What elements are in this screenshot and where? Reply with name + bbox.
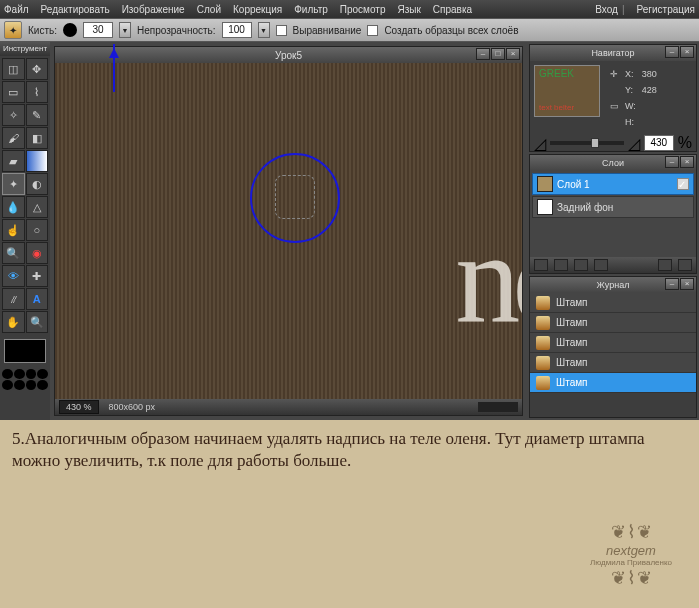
tool-panel: Инструмент ◫✥ ▭⌇ ✧✎ 🖌◧ ▰ ✦◐ 💧△ ☝○ 🔍◉ 👁✚ … xyxy=(0,42,50,420)
options-bar: ✦ Кисть: 30 ▼ Непрозрачность: 100 ▼ Выра… xyxy=(0,18,699,42)
history-item[interactable]: Штамп xyxy=(530,293,696,313)
merge-button[interactable] xyxy=(658,259,672,271)
tool-panel-title: Инструмент xyxy=(0,42,50,56)
swatch-grid[interactable] xyxy=(2,369,48,390)
layers-panel: Слои –× Слой 1✓ Задний фон xyxy=(529,154,697,274)
zoom-out-icon[interactable]: ◿ xyxy=(534,134,546,153)
brush-preview-icon xyxy=(63,23,77,37)
eye-tool[interactable]: 👁 xyxy=(2,265,25,287)
stamp-icon xyxy=(536,316,550,330)
eraser-tool[interactable]: ◧ xyxy=(26,127,49,149)
menu-view[interactable]: Просмотр xyxy=(340,4,386,15)
document-window: Урок5 –□× ne 430 % 800x600 px xyxy=(54,46,523,416)
menu-edit[interactable]: Редактировать xyxy=(41,4,110,15)
sample-checkbox[interactable] xyxy=(367,25,378,36)
layers-min[interactable]: – xyxy=(665,156,679,168)
layers-footer xyxy=(530,257,696,273)
marquee-tool[interactable]: ▭ xyxy=(2,81,25,103)
history-title: Журнал xyxy=(597,280,630,290)
down-button[interactable] xyxy=(594,259,608,271)
wand-tool[interactable]: ✧ xyxy=(2,104,25,126)
sharpen-tool[interactable]: △ xyxy=(26,196,49,218)
new-layer-button[interactable] xyxy=(534,259,548,271)
coords-readout: ✛X:380 Y:428 ▭W: H: xyxy=(606,65,661,131)
clone-stamp-tool[interactable]: ✦ xyxy=(2,173,25,195)
stamp-icon xyxy=(536,336,550,350)
document-titlebar[interactable]: Урок5 –□× xyxy=(55,47,522,63)
nav-min[interactable]: – xyxy=(665,46,679,58)
login-link[interactable]: Вход xyxy=(595,4,618,15)
visibility-toggle[interactable]: ✓ xyxy=(677,178,689,190)
type-tool[interactable]: A xyxy=(26,288,49,310)
menu-adjust[interactable]: Коррекция xyxy=(233,4,282,15)
menu-layer[interactable]: Слой xyxy=(197,4,221,15)
menu-filter[interactable]: Фильтр xyxy=(294,4,328,15)
tutorial-caption: 5.Аналогичным образом начинаем удалять н… xyxy=(0,420,699,480)
pencil-tool[interactable]: ✎ xyxy=(26,104,49,126)
menu-help[interactable]: Справка xyxy=(433,4,472,15)
history-item[interactable]: Штамп xyxy=(530,313,696,333)
stamp-icon xyxy=(536,356,550,370)
annotation-arrow xyxy=(113,44,115,92)
zoom-in-icon[interactable]: ◿ xyxy=(628,134,640,153)
crop-tool[interactable]: ◫ xyxy=(2,58,25,80)
up-button[interactable] xyxy=(574,259,588,271)
nav-zoom-input[interactable]: 430 xyxy=(644,135,674,151)
history-item[interactable]: Штамп xyxy=(530,333,696,353)
picker-tool[interactable]: ⫽ xyxy=(2,288,25,310)
nav-close[interactable]: × xyxy=(680,46,694,58)
stamp-icon xyxy=(536,296,550,310)
hist-close[interactable]: × xyxy=(680,278,694,290)
blur-tool[interactable]: 💧 xyxy=(2,196,25,218)
minimize-button[interactable]: – xyxy=(476,48,490,60)
navigator-title: Навигатор xyxy=(591,48,634,58)
zoom-slider[interactable] xyxy=(550,141,624,145)
fill-tool[interactable]: ▰ xyxy=(2,150,25,172)
history-item[interactable]: Штамп xyxy=(530,353,696,373)
zoom-tool[interactable]: 🔍 xyxy=(26,311,49,333)
layer-row[interactable]: Задний фон xyxy=(532,196,694,218)
align-checkbox[interactable] xyxy=(276,25,287,36)
layer-row[interactable]: Слой 1✓ xyxy=(532,173,694,195)
replace-tool[interactable]: ◐ xyxy=(26,173,49,195)
brush-tool[interactable]: 🖌 xyxy=(2,127,25,149)
canvas-text: ne xyxy=(455,203,522,353)
brush-dropdown[interactable]: ▼ xyxy=(119,22,131,38)
lasso-tool[interactable]: ⌇ xyxy=(26,81,49,103)
register-link[interactable]: Регистрация xyxy=(637,4,695,15)
sponge-tool[interactable]: ○ xyxy=(26,219,49,241)
history-item[interactable]: Штамп xyxy=(530,373,696,393)
hand-tool[interactable]: ✋ xyxy=(2,311,25,333)
zoom-readout: 430 % xyxy=(59,400,99,414)
layers-close[interactable]: × xyxy=(680,156,694,168)
menu-lang[interactable]: Язык xyxy=(397,4,420,15)
canvas[interactable]: ne xyxy=(55,63,522,399)
brush-size-input[interactable]: 30 xyxy=(83,22,113,38)
smudge-tool[interactable]: ☝ xyxy=(2,219,25,241)
sample-label: Создать образцы всех слоёв xyxy=(384,25,518,36)
maximize-button[interactable]: □ xyxy=(491,48,505,60)
gradient-tool[interactable] xyxy=(26,150,49,172)
dup-layer-button[interactable] xyxy=(554,259,568,271)
menubar: Файл Редактировать Изображение Слой Корр… xyxy=(0,0,699,18)
navigator-panel: Навигатор –× GREEK text belter ✛X:380 Y:… xyxy=(529,44,697,152)
menu-file[interactable]: Файл xyxy=(4,4,29,15)
dodge-tool[interactable]: 🔍 xyxy=(2,242,25,264)
delete-layer-button[interactable] xyxy=(678,259,692,271)
redeye-tool[interactable]: ◉ xyxy=(26,242,49,264)
close-button[interactable]: × xyxy=(506,48,520,60)
stamp-tool-icon: ✦ xyxy=(4,21,22,39)
color-swatch[interactable] xyxy=(4,339,46,363)
opacity-dropdown[interactable]: ▼ xyxy=(258,22,270,38)
stamp-icon xyxy=(536,376,550,390)
opacity-input[interactable]: 100 xyxy=(222,22,252,38)
hscroll[interactable] xyxy=(478,402,518,412)
move-tool[interactable]: ✥ xyxy=(26,58,49,80)
menu-image[interactable]: Изображение xyxy=(122,4,185,15)
hist-min[interactable]: – xyxy=(665,278,679,290)
dims-readout: 800x600 px xyxy=(109,402,156,412)
heal-tool[interactable]: ✚ xyxy=(26,265,49,287)
document-title: Урок5 xyxy=(275,50,302,61)
navigator-thumb[interactable]: GREEK text belter xyxy=(534,65,600,117)
history-panel: Журнал –× Штамп Штамп Штамп Штамп Штамп xyxy=(529,276,697,418)
